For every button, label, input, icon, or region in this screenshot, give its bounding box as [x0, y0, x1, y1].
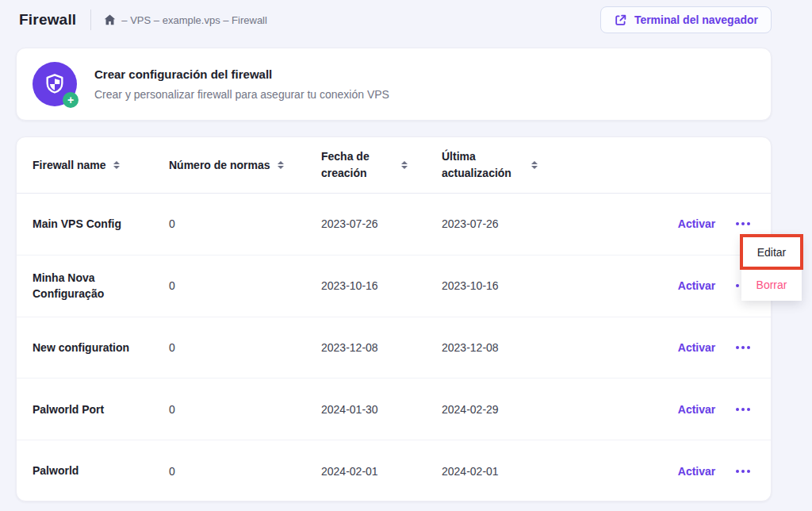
created-date: 2024-01-30	[321, 403, 442, 416]
browser-terminal-label: Terminal del navegador	[634, 13, 758, 26]
updated-date: 2023-12-08	[442, 341, 562, 354]
home-icon[interactable]	[104, 14, 116, 25]
firewall-name: Minha Nova Configuração	[33, 270, 169, 302]
updated-date: 2023-07-26	[442, 217, 562, 230]
rule-count: 0	[169, 279, 321, 292]
updated-date: 2024-02-01	[442, 465, 562, 478]
firewall-name: Palworld	[33, 463, 169, 478]
column-header-updated[interactable]: Última actualización	[442, 148, 562, 182]
top-bar: Firewall – VPS – example.vps – Firewall …	[0, 0, 812, 40]
browser-terminal-button[interactable]: Terminal del navegador	[600, 6, 772, 33]
table-row: New configuration 0 2023-12-08 2023-12-0…	[17, 317, 771, 379]
rule-count: 0	[169, 465, 321, 478]
column-header-rule-count[interactable]: Número de normas	[169, 157, 321, 174]
table-body: Main VPS Config 0 2023-07-26 2023-07-26 …	[17, 194, 771, 501]
breadcrumb[interactable]: – VPS – example.vps – Firewall	[104, 14, 267, 26]
plus-badge: +	[63, 92, 79, 108]
column-header-created[interactable]: Fecha de creación	[321, 148, 442, 182]
table-row: Main VPS Config 0 2023-07-26 2023-07-26 …	[17, 194, 771, 256]
activate-button[interactable]: Activar	[662, 341, 731, 354]
created-date: 2023-10-16	[321, 279, 442, 292]
firewall-name: Main VPS Config	[33, 216, 169, 232]
table-row: Minha Nova Configuração 0 2023-10-16 202…	[17, 256, 771, 317]
created-date: 2024-02-01	[321, 465, 442, 478]
table-header-row: Firewall name Número de normas Fecha de …	[17, 137, 771, 194]
shield-plus-icon: +	[33, 62, 77, 106]
sort-icon[interactable]	[113, 161, 120, 169]
sort-icon[interactable]	[278, 161, 284, 169]
row-menu-icon[interactable]	[731, 346, 755, 349]
row-menu-icon[interactable]	[731, 222, 755, 225]
row-menu-icon[interactable]	[731, 470, 755, 473]
created-date: 2023-12-08	[321, 341, 442, 354]
banner-subtitle: Crear y personalizar firewall para asegu…	[94, 88, 389, 101]
firewall-table-card: Firewall name Número de normas Fecha de …	[16, 136, 772, 501]
column-header-firewall-name[interactable]: Firewall name	[33, 157, 169, 174]
breadcrumb-text: – VPS – example.vps – Firewall	[121, 14, 267, 26]
firewall-name: Palworld Port	[33, 402, 169, 417]
activate-button[interactable]: Activar	[662, 465, 731, 478]
create-firewall-banner[interactable]: + Crear configuración del firewall Crear…	[16, 48, 772, 121]
firewall-name: New configuration	[33, 340, 169, 355]
rule-count: 0	[169, 341, 321, 354]
rule-count: 0	[169, 403, 321, 416]
divider	[90, 10, 91, 30]
banner-title: Crear configuración del firewall	[94, 67, 389, 81]
activate-button[interactable]: Activar	[662, 279, 731, 292]
page-title: Firewall	[19, 11, 76, 29]
row-context-menu: Editar Borrar	[741, 236, 802, 301]
delete-menu-item[interactable]: Borrar	[741, 268, 802, 301]
row-menu-icon[interactable]	[731, 408, 755, 411]
activate-button[interactable]: Activar	[662, 403, 731, 416]
rule-count: 0	[169, 217, 321, 230]
edit-menu-item[interactable]: Editar	[741, 236, 802, 268]
activate-button[interactable]: Activar	[662, 217, 731, 230]
updated-date: 2023-10-16	[442, 279, 562, 292]
created-date: 2023-07-26	[321, 217, 442, 230]
external-link-icon	[614, 13, 627, 27]
updated-date: 2024-02-29	[442, 403, 562, 416]
sort-icon[interactable]	[531, 161, 538, 169]
table-row: Palworld 0 2024-02-01 2024-02-01 Activar	[17, 440, 771, 501]
table-row: Palworld Port 0 2024-01-30 2024-02-29 Ac…	[17, 378, 771, 440]
sort-icon[interactable]	[401, 161, 408, 169]
